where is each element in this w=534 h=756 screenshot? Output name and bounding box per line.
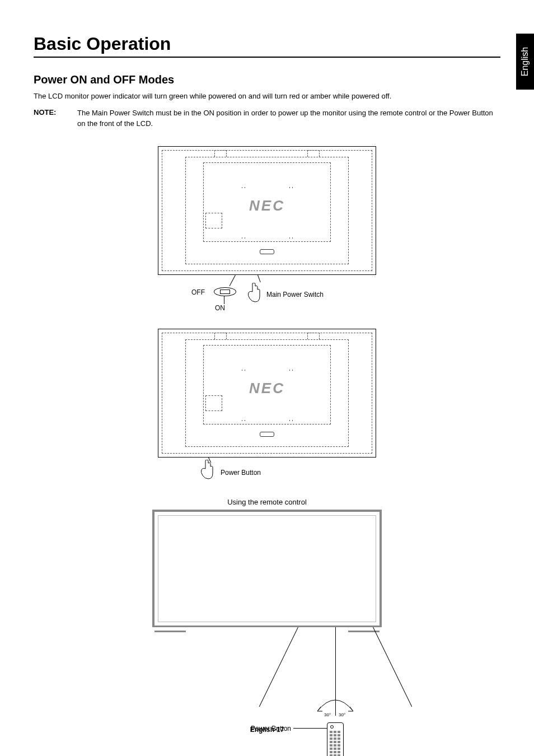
page-title: Basic Operation <box>34 34 500 58</box>
note-text: The Main Power Switch must be in the ON … <box>77 108 500 129</box>
off-label: OFF <box>191 288 205 296</box>
remote-control-icon <box>327 722 344 756</box>
figure2-callouts: Power Button <box>158 458 376 488</box>
power-button-label: Power Button <box>221 469 261 477</box>
angle-left-label: 30° <box>324 712 331 717</box>
note-label: NOTE: <box>34 108 77 129</box>
angle-right-label: 30° <box>339 712 345 717</box>
remote-power-button-icon <box>330 725 334 729</box>
handle-icon <box>307 150 320 157</box>
figure3-caption: Using the remote control <box>152 498 382 506</box>
handle-icon <box>214 150 227 157</box>
hand-pointer-icon <box>198 460 215 482</box>
figure-power-button: NEC Power Button <box>158 329 376 488</box>
figure-remote-control: Using the remote control <box>152 498 382 734</box>
language-tab: English <box>516 34 534 90</box>
remote-angle-diagram: 30° 30° Power Button <box>152 627 382 734</box>
monitor-back-diagram: NEC <box>158 146 376 275</box>
slot-icon <box>260 249 274 254</box>
brand-logo: NEC <box>249 197 285 214</box>
page-number: English-17 <box>250 726 284 734</box>
brand-logo: NEC <box>249 379 285 396</box>
power-switch-icon <box>214 287 236 296</box>
hand-pointer-icon <box>245 283 262 305</box>
note-block: NOTE: The Main Power Switch must be in t… <box>34 108 500 129</box>
angle-arc-icon <box>316 694 354 713</box>
document-page: English Basic Operation Power ON and OFF… <box>0 0 534 756</box>
main-power-switch-label: Main Power Switch <box>266 291 324 298</box>
on-label: ON <box>215 304 225 312</box>
handle-icon <box>307 333 320 339</box>
intro-paragraph: The LCD monitor power indicator will tur… <box>34 92 500 100</box>
monitor-back-diagram: NEC <box>158 329 376 458</box>
port-panel-icon <box>205 395 222 411</box>
monitor-front-diagram <box>152 510 382 627</box>
section-heading: Power ON and OFF Modes <box>34 73 500 86</box>
slot-icon <box>260 432 274 437</box>
figure-main-power-switch: NEC OFF ON Main Power Switch <box>158 146 376 319</box>
language-tab-label: English <box>520 47 530 76</box>
port-panel-icon <box>205 213 222 228</box>
figure1-callouts: OFF ON Main Power Switch <box>158 275 376 319</box>
handle-icon <box>214 333 227 339</box>
figures-container: NEC OFF ON Main Power Switch <box>34 146 500 734</box>
